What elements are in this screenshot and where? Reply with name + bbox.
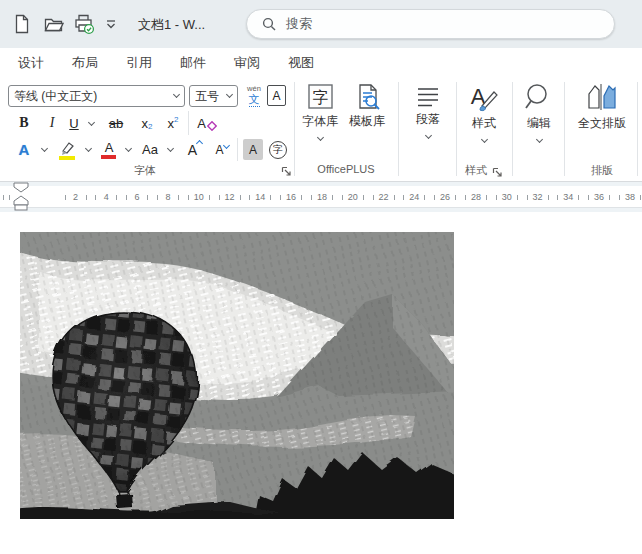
enclose-characters-button[interactable]: 字	[266, 138, 290, 162]
change-case-glyph: Aa	[142, 142, 158, 157]
full-text-layout-button[interactable]: 全文排版	[570, 82, 634, 132]
first-line-indent-marker	[14, 183, 28, 192]
tab-references[interactable]: 引用	[116, 48, 162, 78]
officeplus-group-label: OfficePLUS	[296, 163, 396, 175]
ruler-number: 18	[317, 192, 327, 202]
highlight-dropdown[interactable]	[82, 144, 94, 156]
change-case-button[interactable]: Aa	[137, 137, 163, 162]
character-border-button[interactable]: A	[267, 85, 286, 106]
search-label: 搜索	[286, 15, 312, 33]
chevron-down-icon	[316, 134, 323, 141]
customize-qat-chevron-icon[interactable]	[100, 13, 122, 35]
ruler-number: 2	[73, 192, 78, 202]
editing-button[interactable]: 编辑	[516, 82, 562, 142]
open-folder-icon[interactable]	[43, 13, 65, 35]
highlighter-icon	[56, 139, 78, 161]
group-divider	[637, 82, 638, 176]
tab-layout[interactable]: 布局	[62, 48, 108, 78]
font-group-label: 字体	[0, 163, 290, 178]
font-name-value: 等线 (中文正文)	[14, 88, 174, 105]
ruler-number: 32	[532, 192, 542, 202]
template-library-icon	[354, 83, 381, 110]
character-shading-button[interactable]: A	[243, 139, 263, 160]
paragraph-button[interactable]: 段落	[404, 86, 452, 138]
ruler-number: 6	[135, 192, 140, 202]
ruler-number: 4	[104, 192, 109, 202]
tab-design[interactable]: 设计	[8, 48, 54, 78]
chevron-down-icon	[87, 119, 94, 126]
chevron-down-icon	[535, 136, 542, 143]
divider	[237, 138, 238, 161]
ruler-number: 10	[194, 192, 204, 202]
ruler-number: 14	[255, 192, 265, 202]
shrink-font-button[interactable]: A	[210, 137, 234, 162]
paragraph-label: 段落	[416, 111, 440, 128]
enclose-circle: 字	[269, 141, 287, 159]
caret-up-icon	[196, 140, 203, 147]
quick-print-icon[interactable]	[73, 13, 95, 35]
phonetic-pinyin-text: wén	[247, 85, 261, 93]
template-library-label: 模板库	[349, 113, 385, 130]
ruler-scale: 2468101214161820222426283032343638	[0, 182, 642, 212]
ruler-number: 22	[378, 192, 388, 202]
new-document-icon[interactable]	[11, 13, 33, 35]
bold-glyph: B	[19, 115, 28, 131]
indent-markers[interactable]	[12, 182, 30, 211]
strikethrough-button[interactable]: ab	[103, 111, 129, 135]
underline-dropdown[interactable]	[85, 118, 97, 130]
chevron-down-icon	[173, 91, 180, 98]
ruler-number: 34	[563, 192, 573, 202]
phonetic-char-text: 文	[249, 93, 260, 107]
clear-formatting-button[interactable]: A	[193, 111, 221, 135]
underline-button[interactable]: U	[65, 111, 83, 135]
title-bar: 文档1 - W... 搜索	[0, 0, 642, 48]
chevron-down-icon	[480, 136, 487, 143]
grow-font-button[interactable]: A	[183, 137, 207, 162]
bold-button[interactable]: B	[13, 111, 35, 135]
tab-view[interactable]: 视图	[278, 48, 324, 78]
text-effects-dropdown[interactable]	[38, 144, 50, 156]
styles-dialog-launcher[interactable]	[492, 164, 504, 176]
superscript-button[interactable]: x2	[161, 111, 185, 135]
horizontal-ruler[interactable]: 2468101214161820222426283032343638	[0, 182, 642, 212]
window-title: 文档1 - W...	[138, 16, 205, 34]
font-dialog-launcher[interactable]	[281, 163, 293, 175]
ruler-number: 16	[286, 192, 296, 202]
word-window: 文档1 - W... 搜索 设计 布局 引用 邮件 审阅 视图 等线 (中文正文…	[0, 0, 642, 554]
font-color-glyph: A	[105, 140, 114, 155]
tab-mailings[interactable]: 邮件	[170, 48, 216, 78]
ribbon: 等线 (中文正文) 五号 wén 文 A B I U ab x2	[0, 78, 642, 182]
ruler-number: 8	[165, 192, 170, 202]
text-effects-button[interactable]: A	[12, 137, 36, 162]
ruler-number: 20	[348, 192, 358, 202]
paragraph-lines-icon	[416, 86, 440, 108]
document-image[interactable]	[20, 232, 454, 519]
font-color-button[interactable]: A	[98, 137, 120, 162]
chevron-down-icon	[226, 91, 233, 98]
tab-review[interactable]: 审阅	[224, 48, 270, 78]
styles-button[interactable]: A 样式	[460, 82, 508, 142]
chevron-down-icon	[166, 145, 173, 152]
change-case-dropdown[interactable]	[164, 144, 176, 156]
search-box[interactable]: 搜索	[246, 9, 615, 39]
caret-down-icon	[222, 141, 229, 148]
phonetic-guide-button[interactable]: wén 文	[243, 82, 265, 109]
font-library-icon-char: 字	[312, 88, 328, 107]
styles-label: 样式	[472, 115, 496, 132]
subscript-button[interactable]: x2	[135, 111, 159, 135]
document-page[interactable]	[0, 212, 642, 554]
font-size-combo[interactable]: 五号	[189, 85, 238, 107]
font-name-combo[interactable]: 等线 (中文正文)	[8, 85, 185, 107]
group-divider	[512, 82, 513, 176]
paiban-group-label: 排版	[570, 163, 634, 178]
italic-button[interactable]: I	[43, 111, 61, 135]
left-indent-marker	[15, 205, 27, 210]
font-color-dropdown[interactable]	[122, 144, 134, 156]
font-library-button[interactable]: 字 字体库	[299, 83, 341, 140]
ruler-number: 26	[440, 192, 450, 202]
template-library-button[interactable]: 模板库	[343, 83, 391, 130]
chevron-down-icon	[84, 145, 91, 152]
search-icon	[262, 17, 276, 31]
subscript-small: 2	[148, 122, 152, 131]
highlight-color-button[interactable]	[54, 137, 80, 162]
